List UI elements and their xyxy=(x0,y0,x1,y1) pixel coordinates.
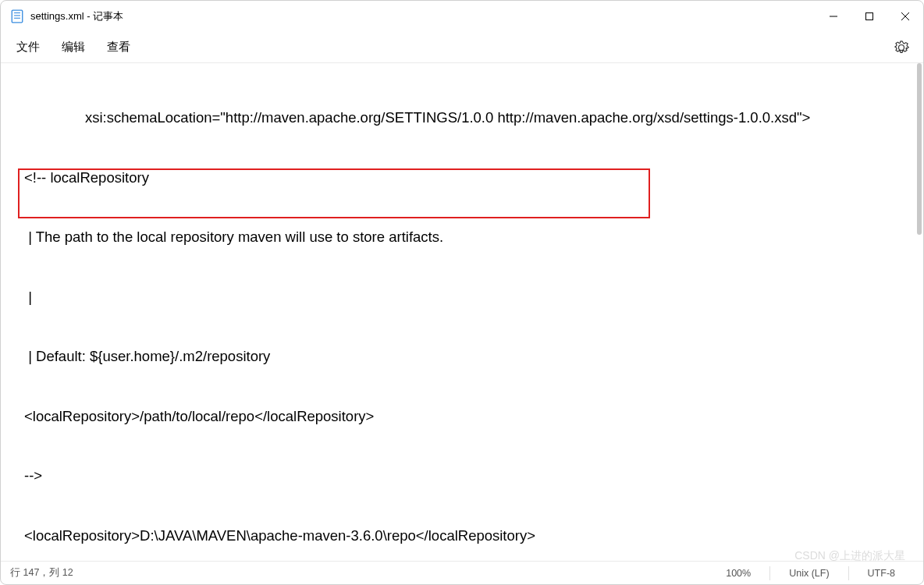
maximize-button[interactable] xyxy=(851,1,887,32)
menu-file[interactable]: 文件 xyxy=(16,40,40,55)
window-controls xyxy=(816,1,923,32)
notepad-window: settings.xml - 记事本 文件 编辑 查看 xsi:schemaLo… xyxy=(0,0,924,585)
text-line: <!-- localRepository xyxy=(1,168,912,188)
statusbar: 行 147，列 12 100% Unix (LF) UTF-8 xyxy=(1,561,923,584)
text-line: | The path to the local repository maven… xyxy=(1,227,912,247)
status-zoom: 100% xyxy=(707,566,769,580)
scrollbar-thumb[interactable] xyxy=(917,63,922,235)
text-line: | xyxy=(1,287,912,307)
gear-icon[interactable] xyxy=(894,40,909,55)
menu-edit[interactable]: 编辑 xyxy=(62,40,85,55)
vertical-scrollbar[interactable] xyxy=(912,63,923,561)
status-cursor: 行 147，列 12 xyxy=(10,566,73,580)
status-encoding: UTF-8 xyxy=(848,566,914,580)
menubar: 文件 编辑 查看 xyxy=(1,32,923,63)
titlebar[interactable]: settings.xml - 记事本 xyxy=(1,1,923,32)
text-line: --> xyxy=(1,466,912,486)
text-line: <localRepository>/path/to/local/repo</lo… xyxy=(1,406,912,427)
minimize-button[interactable] xyxy=(816,1,851,32)
text-line: | Default: ${user.home}/.m2/repository xyxy=(1,346,912,367)
menu-view[interactable]: 查看 xyxy=(107,40,130,55)
content-area: xsi:schemaLocation="http://maven.apache.… xyxy=(1,63,923,561)
close-button[interactable] xyxy=(887,1,923,32)
svg-rect-5 xyxy=(866,13,873,20)
text-line: xsi:schemaLocation="http://maven.apache.… xyxy=(1,108,912,128)
notepad-icon xyxy=(10,9,24,23)
text-line: <localRepository>D:\JAVA\MAVEN\apache-ma… xyxy=(1,526,912,546)
window-title: settings.xml - 记事本 xyxy=(30,9,123,23)
svg-rect-0 xyxy=(12,10,23,23)
status-eol: Unix (LF) xyxy=(769,566,848,580)
text-editor[interactable]: xsi:schemaLocation="http://maven.apache.… xyxy=(1,63,912,561)
